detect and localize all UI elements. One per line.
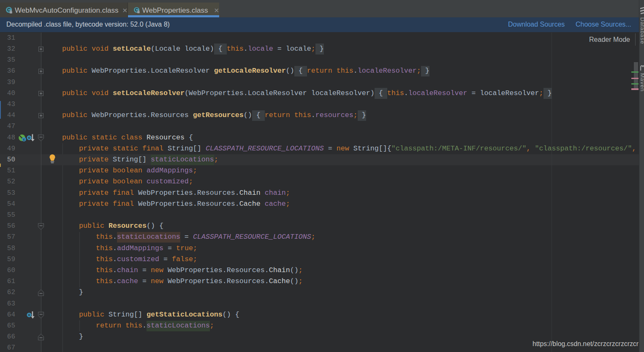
svg-text:c: c xyxy=(23,138,25,142)
